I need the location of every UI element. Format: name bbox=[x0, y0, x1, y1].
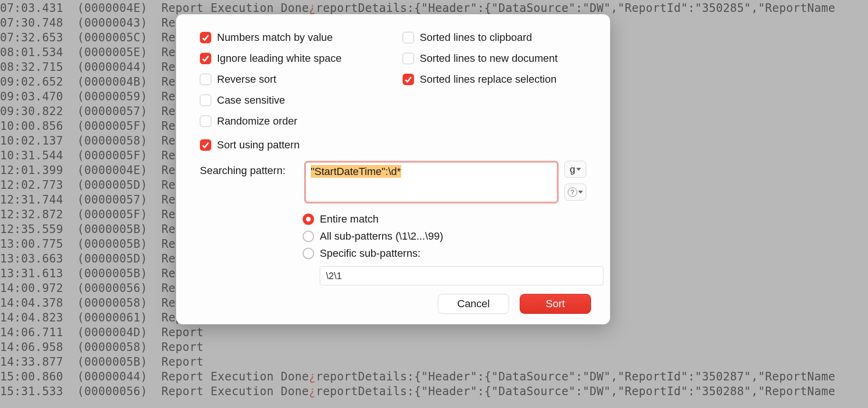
radio-label: All sub-patterns (\1\2...\99) bbox=[320, 230, 443, 243]
specific-subpatterns-input[interactable] bbox=[320, 266, 603, 285]
chevron-down-icon bbox=[576, 168, 581, 171]
radio-label: Entire match bbox=[320, 213, 379, 225]
button-label: Sort bbox=[546, 298, 565, 310]
radio-icon bbox=[303, 231, 314, 242]
checkbox-icon bbox=[200, 53, 211, 64]
checkbox-label: Sorted lines to clipboard bbox=[420, 31, 532, 44]
searching-pattern-label: Searching pattern: bbox=[200, 161, 297, 204]
checkbox-icon bbox=[200, 32, 211, 43]
checkbox-label: Reverse sort bbox=[217, 73, 276, 86]
checkbox-icon bbox=[200, 95, 211, 106]
checkbox-label: Sorted lines replace selection bbox=[420, 73, 556, 86]
checkbox-icon bbox=[200, 74, 211, 85]
radio-all-subpatterns[interactable]: All sub-patterns (\1\2...\99) bbox=[303, 230, 586, 243]
radio-icon bbox=[303, 214, 314, 225]
checkbox-icon bbox=[403, 32, 414, 43]
checkbox-reverse-sort[interactable]: Reverse sort bbox=[200, 73, 384, 86]
checkbox-icon bbox=[200, 139, 211, 151]
checkbox-label: Numbers match by value bbox=[217, 31, 333, 44]
checkbox-numbers-match[interactable]: Numbers match by value bbox=[200, 31, 384, 44]
radio-specific-subpatterns[interactable]: Specific sub-patterns: bbox=[303, 247, 586, 260]
radio-label: Specific sub-patterns: bbox=[320, 247, 421, 260]
checkbox-label: Sort using pattern bbox=[217, 139, 300, 151]
sort-button[interactable]: Sort bbox=[520, 294, 591, 314]
checkbox-sort-using-pattern[interactable]: Sort using pattern bbox=[200, 139, 586, 151]
chevron-down-icon bbox=[578, 191, 583, 194]
checkbox-label: Ignore leading white space bbox=[217, 52, 342, 65]
checkbox-ignore-whitespace[interactable]: Ignore leading white space bbox=[200, 52, 384, 65]
checkbox-icon bbox=[403, 53, 414, 64]
checkbox-icon bbox=[200, 116, 211, 127]
checkbox-label: Case sensitive bbox=[217, 94, 285, 107]
checkbox-replace-selection[interactable]: Sorted lines replace selection bbox=[403, 73, 586, 86]
question-icon: ? bbox=[568, 187, 577, 197]
checkbox-label: Randomize order bbox=[217, 115, 297, 127]
pattern-input[interactable]: "StartDateTime":\d* bbox=[304, 161, 559, 204]
checkbox-label: Sorted lines to new document bbox=[420, 52, 558, 65]
checkbox-randomize-order[interactable]: Randomize order bbox=[200, 115, 384, 127]
radio-entire-match[interactable]: Entire match bbox=[303, 213, 586, 225]
radio-icon bbox=[303, 248, 314, 259]
checkbox-to-new-doc[interactable]: Sorted lines to new document bbox=[403, 52, 586, 65]
grep-mode-button[interactable]: g bbox=[564, 161, 586, 178]
grep-mode-label: g bbox=[570, 164, 575, 175]
checkbox-case-sensitive[interactable]: Case sensitive bbox=[200, 94, 384, 107]
checkbox-icon bbox=[403, 74, 414, 85]
checkbox-to-clipboard[interactable]: Sorted lines to clipboard bbox=[403, 31, 586, 44]
sort-dialog: Numbers match by valueIgnore leading whi… bbox=[176, 14, 610, 324]
cancel-button[interactable]: Cancel bbox=[438, 294, 509, 314]
help-button[interactable]: ? bbox=[564, 184, 586, 201]
button-label: Cancel bbox=[457, 298, 490, 310]
